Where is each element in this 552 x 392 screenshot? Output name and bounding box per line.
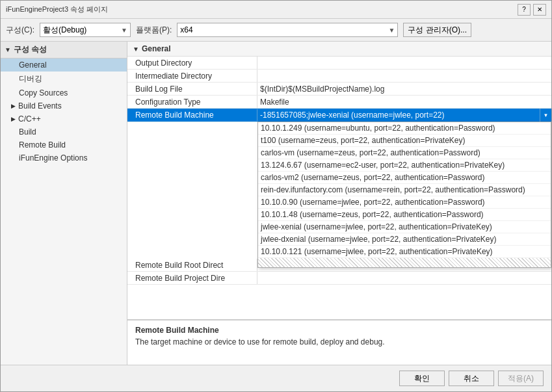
prop-row-output-dir: Output Directory bbox=[127, 57, 551, 70]
prop-value-remote-build-project[interactable] bbox=[257, 272, 551, 284]
prop-value-output-dir[interactable] bbox=[257, 57, 551, 69]
info-panel: Remote Build Machine The target machine … bbox=[127, 319, 551, 365]
prop-name-config-type: Configuration Type bbox=[127, 96, 257, 108]
prop-name-remote-build-machine: Remote Build Machine bbox=[127, 109, 257, 121]
remote-build-dropdown: 10.10.1.249 (username=ubuntu, port=22, a… bbox=[257, 122, 551, 268]
prop-name-build-log: Build Log File bbox=[127, 83, 257, 95]
prop-name-intermediate-dir: Intermediate Directory bbox=[127, 70, 257, 82]
prop-row-remote-build-machine: Remote Build Machine -1851657085;jwlee-x… bbox=[127, 109, 551, 122]
build-events-arrow: ▶ bbox=[11, 103, 16, 109]
dropdown-item-1090[interactable]: 10.10.0.90 (username=jwlee, port=22, aut… bbox=[258, 196, 551, 209]
prop-name-remote-build-project: Remote Build Project Dire bbox=[127, 272, 257, 284]
window-title: iFunEngineProject3 속성 페이지 bbox=[6, 5, 108, 14]
platform-dropdown-arrow: ▼ bbox=[388, 27, 395, 34]
property-table: Output Directory Intermediate Directory … bbox=[127, 57, 551, 319]
dropdown-item-root-dir[interactable]: 10.10.1.249 (username=ubuntu, port=22, a… bbox=[258, 122, 551, 135]
sidebar-header: ▼ 구성 속성 bbox=[1, 42, 127, 59]
config-row: 구성(C): 활성(Debug) ▼ 플랫폼(P): x64 ▼ 구성 관리자(… bbox=[1, 19, 551, 42]
prop-value-build-log[interactable]: $(IntDir)$(MSBuildProjectName).log bbox=[257, 83, 551, 95]
dialog-window: iFunEngineProject3 속성 페이지 ? ✕ 구성(C): 활성(… bbox=[0, 0, 552, 392]
title-controls: ? ✕ bbox=[518, 4, 546, 16]
prop-value-intermediate-dir[interactable] bbox=[257, 70, 551, 82]
platform-label: 플랫폼(P): bbox=[136, 25, 172, 36]
config-dropdown-arrow: ▼ bbox=[121, 27, 127, 34]
info-title: Remote Build Machine bbox=[135, 326, 544, 335]
cancel-button[interactable]: 취소 bbox=[449, 371, 494, 386]
config-value: 활성(Debug) bbox=[43, 25, 86, 36]
platform-value: x64 bbox=[180, 25, 192, 34]
config-select[interactable]: 활성(Debug) ▼ bbox=[40, 23, 131, 37]
prop-row-intermediate-dir: Intermediate Directory bbox=[127, 70, 551, 83]
dropdown-item-carlos-vm2[interactable]: carlos-vm2 (username=zeus, port=22, auth… bbox=[258, 172, 551, 184]
prop-name-remote-build-root: Remote Build Root Direct bbox=[127, 259, 257, 271]
dropdown-item-carlos-vm[interactable]: carlos-vm (username=zeus, port=22, authe… bbox=[258, 147, 551, 159]
sidebar-item-debug[interactable]: 디버깅 bbox=[1, 72, 127, 86]
prop-value-config-type[interactable]: Makefile bbox=[257, 96, 551, 108]
info-description: The target machine or device to use for … bbox=[135, 337, 544, 346]
prop-name-output-dir: Output Directory bbox=[127, 57, 257, 69]
dropdown-item-1367[interactable]: 13.124.6.67 (username=ec2-user, port=22,… bbox=[258, 159, 551, 172]
dropdown-item-10010121[interactable]: 10.10.0.121 (username=jwlee, port=22, au… bbox=[258, 246, 551, 258]
cpp-arrow: ▶ bbox=[11, 116, 16, 122]
config-label: 구성(C): bbox=[6, 25, 34, 36]
content-area: ▼ General Output Directory Intermediate … bbox=[127, 42, 551, 365]
sidebar-item-build[interactable]: Build bbox=[1, 125, 127, 138]
dropdown-item-1048[interactable]: 10.10.1.48 (username=zeus, port=22, auth… bbox=[258, 209, 551, 221]
sidebar-item-copy-sources[interactable]: Copy Sources bbox=[1, 86, 127, 99]
prop-row-config-type: Configuration Type Makefile bbox=[127, 96, 551, 109]
content-header-arrow: ▼ bbox=[133, 46, 139, 53]
prop-row-remote-build-machine-container: Remote Build Machine -1851657085;jwlee-x… bbox=[127, 109, 551, 122]
footer: 확인 취소 적용(A) bbox=[1, 365, 551, 391]
platform-select[interactable]: x64 ▼ bbox=[177, 23, 398, 37]
sidebar-item-ifunengine-options[interactable]: iFunEngine Options bbox=[1, 151, 127, 164]
main-content: ▼ 구성 속성 General 디버깅 Copy Sources ▶ Build… bbox=[1, 42, 551, 365]
prop-row-remote-build-project: Remote Build Project Dire bbox=[127, 272, 551, 285]
title-bar: iFunEngineProject3 속성 페이지 ? ✕ bbox=[1, 1, 551, 19]
sidebar-header-label: 구성 속성 bbox=[14, 44, 47, 55]
dropdown-item-jwlee-xenial[interactable]: jwlee-xenial (username=jwlee, port=22, a… bbox=[258, 221, 551, 233]
content-header-label: General bbox=[142, 44, 171, 53]
prop-row-build-log: Build Log File $(IntDir)$(MSBuildProject… bbox=[127, 83, 551, 96]
build-events-label: Build Events bbox=[18, 101, 62, 111]
sidebar-item-cpp[interactable]: ▶ C/C++ bbox=[1, 112, 127, 125]
dropdown-item-proj-dir[interactable]: t100 (username=zeus, port=22, authentica… bbox=[258, 135, 551, 147]
sidebar: ▼ 구성 속성 General 디버깅 Copy Sources ▶ Build… bbox=[1, 42, 127, 365]
cpp-label: C/C++ bbox=[18, 114, 41, 124]
remote-build-machine-dropdown-btn[interactable]: ▼ bbox=[540, 109, 551, 122]
dropdown-item-jwlee-dxenial[interactable]: jwlee-dxenial (username=jwlee, port=22, … bbox=[258, 233, 551, 246]
sidebar-item-build-events[interactable]: ▶ Build Events bbox=[1, 99, 127, 112]
apply-button[interactable]: 적용(A) bbox=[498, 371, 544, 386]
ok-button[interactable]: 확인 bbox=[399, 371, 445, 386]
sidebar-item-general[interactable]: General bbox=[1, 59, 127, 72]
dropdown-hatch bbox=[258, 258, 551, 267]
content-header: ▼ General bbox=[127, 42, 551, 57]
config-manager-button[interactable]: 구성 관리자(O)... bbox=[403, 23, 471, 37]
dropdown-item-rein-dev[interactable]: rein-dev.ifunfactory.com (username=rein,… bbox=[258, 184, 551, 196]
sidebar-item-remote-build[interactable]: Remote Build bbox=[1, 138, 127, 151]
help-button[interactable]: ? bbox=[518, 4, 531, 16]
prop-value-remote-build-machine[interactable]: -1851657085;jwlee-xenial (username=jwlee… bbox=[257, 109, 540, 121]
close-button[interactable]: ✕ bbox=[533, 4, 546, 16]
sidebar-header-arrow: ▼ bbox=[5, 46, 11, 53]
